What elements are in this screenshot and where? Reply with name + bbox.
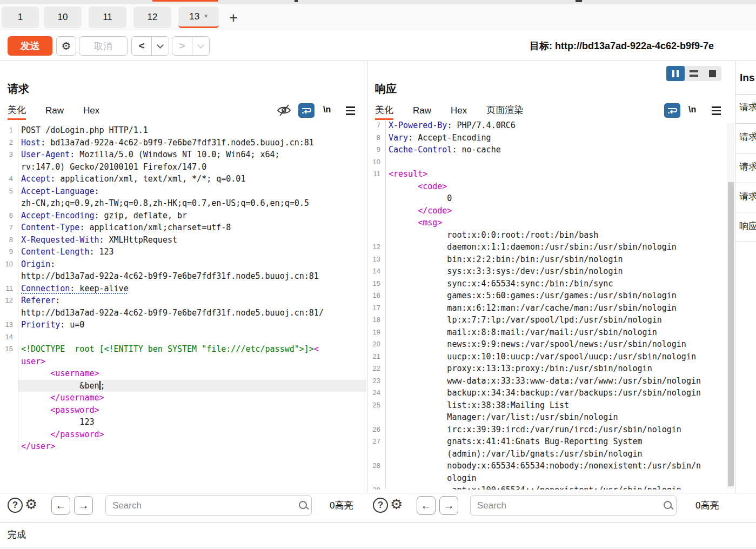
newline-toggle[interactable]: \n — [323, 105, 331, 115]
code-line: 11<result> — [367, 168, 727, 180]
response-menu-icon[interactable] — [712, 106, 721, 115]
line-number: 23 — [367, 375, 382, 387]
view-tab-美化[interactable]: 美化 — [375, 104, 393, 120]
inspector-item[interactable]: 请求 — [739, 160, 756, 173]
repeater-tab-12[interactable]: 12 — [133, 6, 171, 28]
code-line: 13Priority: u=0 — [0, 319, 366, 331]
line-number — [0, 161, 14, 173]
word-wrap-toggle[interactable] — [298, 103, 315, 118]
line-number: 8 — [0, 234, 14, 246]
history-back-button[interactable]: < — [132, 37, 151, 55]
view-tab-页面渲染[interactable]: 页面渲染 — [486, 104, 523, 120]
view-tab-Raw[interactable]: Raw — [413, 105, 431, 120]
search-settings-icon[interactable]: ⚙ — [390, 496, 403, 513]
response-search-input[interactable] — [470, 496, 677, 515]
search-icon — [663, 500, 674, 511]
code-line: 0 — [367, 192, 727, 205]
request-search-input[interactable] — [105, 496, 312, 515]
gear-icon: ⚙ — [62, 39, 71, 52]
line-number: 11 — [0, 283, 14, 295]
code-line: 23 www-data:x:33:33:www-data:/var/www:/u… — [367, 375, 727, 387]
line-number: 15 — [0, 343, 14, 356]
code-line: 123 — [0, 416, 366, 429]
repeater-tab-13[interactable]: 13× — [178, 6, 219, 28]
inspector-item[interactable]: 请求 — [739, 101, 756, 113]
line-number — [0, 392, 14, 404]
code-line: 12 daemon:x:1:1:daemon:/usr/sbin:/usr/sb… — [367, 241, 727, 253]
code-line: 17 man:x:6:12:man:/var/cache/man:/usr/sb… — [367, 302, 727, 314]
code-line: 27 gnats:x:41:41:Gnats Bug-Reporting Sys… — [367, 436, 727, 448]
inspector-separator — [735, 212, 756, 212]
repeater-tab-10[interactable]: 10 — [44, 6, 82, 28]
newline-toggle[interactable]: \n — [688, 105, 696, 115]
code-line: <password> — [0, 404, 366, 417]
next-match-button[interactable]: → — [439, 496, 458, 515]
code-line: 7Content-Type: application/xml;charset=u… — [0, 222, 366, 234]
code-line: 10 — [367, 156, 727, 169]
prev-match-button[interactable]: ← — [51, 496, 70, 515]
code-line: 21 uucp:x:10:10:uucp:/var/spool/uucp:/us… — [367, 351, 727, 363]
target-url: 目标: http://bd13a7ad-922a-4c62-b9f9-7e — [530, 36, 756, 56]
line-number — [0, 416, 14, 429]
request-editor[interactable]: 1POST /doLogin.php HTTP/1.12Host: bd13a7… — [0, 124, 366, 490]
view-tab-Hex[interactable]: Hex — [451, 105, 467, 120]
send-settings-button[interactable]: ⚙ — [56, 36, 76, 56]
cancel-button[interactable]: 取消 — [79, 36, 128, 56]
line-number: 5 — [0, 185, 14, 198]
search-settings-icon[interactable]: ⚙ — [25, 496, 37, 513]
request-menu-icon[interactable] — [346, 106, 355, 115]
help-icon[interactable]: ? — [8, 498, 23, 513]
line-number: 2 — [0, 137, 14, 149]
line-number: 14 — [0, 331, 14, 344]
history-forward-button[interactable]: > — [172, 37, 192, 55]
line-number: 3 — [0, 149, 14, 161]
code-line: 22 proxy:x:13:13:proxy:/bin:/usr/sbin/no… — [367, 363, 727, 375]
inspector-item[interactable]: 响应 — [739, 220, 756, 232]
send-button[interactable]: 发送 — [8, 36, 52, 56]
view-tab-美化[interactable]: 美化 — [8, 104, 26, 120]
line-number — [0, 404, 14, 417]
inspector-item[interactable]: 请求 — [739, 131, 756, 143]
stop-button[interactable] — [703, 66, 721, 81]
code-line: 28 nobody:x:65534:65534:nobody:/nonexist… — [367, 460, 727, 472]
response-highlight-count: 0高亮 — [695, 499, 719, 512]
request-panel-title: 请求 — [8, 82, 29, 96]
eye-off-icon[interactable] — [277, 104, 291, 117]
line-number: 21 — [367, 351, 382, 363]
close-icon[interactable]: × — [204, 12, 208, 20]
pause-button[interactable] — [666, 66, 685, 81]
line-number: 8 — [367, 132, 382, 144]
add-tab-button[interactable]: + — [224, 9, 243, 27]
word-wrap-toggle[interactable] — [664, 103, 680, 118]
response-editor[interactable]: 7X-Powered-By: PHP/7.4.0RC68Vary: Accept… — [367, 119, 727, 490]
repeater-tab-11[interactable]: 11 — [89, 6, 126, 28]
prev-match-button[interactable]: ← — [417, 496, 436, 515]
view-tab-Hex[interactable]: Hex — [83, 105, 99, 120]
history-forward-dropdown[interactable] — [192, 37, 209, 55]
inspector-separator — [735, 94, 756, 95]
inspector-divider[interactable] — [735, 61, 735, 522]
tab-label: 12 — [148, 12, 158, 23]
line-number: 13 — [367, 253, 382, 266]
code-line: 8X-Requested-With: XMLHttpRequest — [0, 234, 366, 246]
repeater-tab-1[interactable]: 1 — [2, 6, 39, 28]
code-line: </password> — [0, 429, 366, 441]
layout-rows-button[interactable] — [685, 66, 703, 81]
code-line: 7X-Powered-By: PHP/7.4.0RC6 — [367, 119, 727, 132]
render-control-group — [666, 66, 721, 81]
line-number: 7 — [0, 222, 14, 234]
search-icon — [298, 500, 309, 511]
code-line: 9Content-Length: 123 — [0, 246, 366, 258]
help-icon[interactable]: ? — [373, 498, 388, 513]
inspector-item[interactable]: 请求 — [739, 190, 756, 203]
response-scrollbar-thumb[interactable] — [728, 182, 734, 486]
line-number — [0, 367, 14, 380]
line-number: 28 — [367, 460, 382, 472]
line-number — [367, 411, 382, 424]
line-number: 26 — [367, 424, 382, 436]
next-match-button[interactable]: → — [74, 496, 93, 515]
history-back-dropdown[interactable] — [151, 37, 169, 55]
code-line: http://bd13a7ad-922a-4c62-b9f9-7e6be7fdf… — [0, 307, 366, 319]
view-tab-Raw[interactable]: Raw — [45, 105, 64, 120]
code-line: (admin):/var/lib/gnats:/usr/sbin/nologin — [367, 448, 727, 460]
